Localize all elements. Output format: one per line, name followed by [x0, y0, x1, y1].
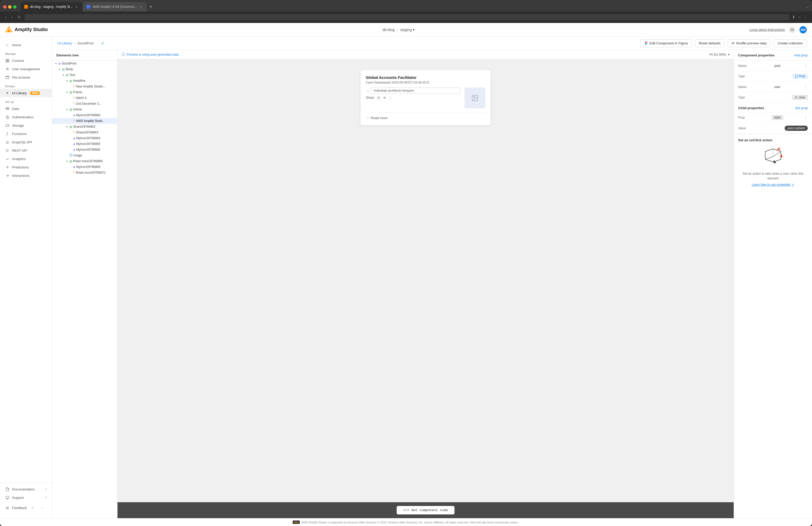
- tree-item-myicon866[interactable]: ▸ ◈ MyIcon29766866: [52, 147, 117, 153]
- prop-menu-1[interactable]: ⋮: [804, 63, 808, 68]
- props-header: Component properties Add prop: [734, 50, 812, 61]
- tree-chevron-article[interactable]: ▾: [65, 108, 69, 111]
- tree-chevron-text[interactable]: ▾: [62, 73, 65, 76]
- sidebar-item-user-management[interactable]: User management: [0, 65, 52, 73]
- child-props-title: Child properties: [738, 106, 764, 110]
- tree-item-myicon860[interactable]: ▸ ◈ MyIcon29766860: [52, 112, 117, 118]
- sidebar-item-file-browser[interactable]: File browser: [0, 73, 52, 82]
- set-prop-link[interactable]: Set prop: [795, 106, 808, 110]
- browser-tab-1[interactable]: db-blog - staging - Amplify St... ✕: [20, 2, 82, 12]
- sidebar-item-predictions[interactable]: Predictions: [0, 163, 52, 171]
- tree-item-body[interactable]: ▾ ▤ Body: [52, 66, 117, 72]
- svg-rect-15: [645, 43, 646, 44]
- sidebar-item-support[interactable]: Support ↗: [0, 493, 52, 502]
- browser-menu-button[interactable]: ⋮: [804, 15, 808, 19]
- sidebar-item-documentation[interactable]: Documentation ↗: [0, 485, 52, 493]
- tree-chevron-socialpost[interactable]: ▾: [54, 62, 57, 65]
- preview-fit-control[interactable]: Fit (61.59%) ▾: [709, 53, 729, 56]
- new-tab-button[interactable]: +: [147, 4, 155, 10]
- sidebar-feedback-label: Feedback: [12, 506, 27, 510]
- cloud-icon[interactable]: [789, 27, 795, 33]
- bookmark-icon[interactable]: ☆: [797, 15, 801, 19]
- child-prop-menu[interactable]: ⋮: [804, 115, 808, 120]
- traffic-light-yellow[interactable]: [8, 5, 12, 9]
- edit-figma-button[interactable]: Edit Component in Figma: [640, 39, 692, 47]
- tree-item-share863[interactable]: ▸ T Share29766863: [52, 130, 117, 135]
- breadcrumb-staging[interactable]: staging ▾: [400, 28, 415, 32]
- toolbar-ui-library-link[interactable]: UI Library: [57, 41, 72, 45]
- sidebar-item-graphql[interactable]: ◎ GraphQL API: [0, 138, 52, 146]
- sidebar-item-rest-api[interactable]: ⊙ REST API: [0, 146, 52, 155]
- tree-item-readmore868[interactable]: ▾ ▤ Read more29766868: [52, 158, 117, 164]
- learn-link[interactable]: Learn how to use properties ↗: [738, 183, 808, 186]
- sidebar-item-content[interactable]: Content: [0, 56, 52, 65]
- reset-defaults-button[interactable]: Reset defaults: [695, 39, 725, 47]
- share-action-icon[interactable]: ⊲: [383, 96, 386, 100]
- post-content-row: → molestiae architecto tempore Share ⊡ ⊲…: [366, 87, 485, 109]
- forward-button[interactable]: ›: [10, 14, 14, 20]
- sidebar-section-design: Design: [0, 82, 52, 89]
- child-prop-value-tag[interactable]: label: [771, 115, 783, 120]
- tree-chevron-share[interactable]: ▾: [65, 125, 69, 128]
- sidebar-item-ui-library[interactable]: ✦ UI Library NEW: [0, 89, 52, 97]
- child-value-tag[interactable]: post.content: [785, 126, 808, 131]
- get-component-code-button[interactable]: </> Get component code: [396, 506, 454, 514]
- sidebar-item-analytics[interactable]: Analytics: [0, 155, 52, 163]
- home-icon: ⌂: [5, 43, 10, 47]
- sidebar-item-authentication[interactable]: Authentication: [0, 113, 52, 121]
- tab-2-close[interactable]: ✕: [139, 5, 143, 9]
- create-collection-button[interactable]: Create collection: [774, 39, 807, 47]
- tree-item-new-amplify[interactable]: ▸ T New Amplify Studio...: [52, 84, 117, 89]
- traffic-light-red[interactable]: [3, 5, 6, 9]
- more-action-icon[interactable]: ⋮: [389, 96, 392, 100]
- sidebar-item-data[interactable]: Data: [0, 104, 52, 113]
- tree-chevron-frame[interactable]: ▾: [65, 91, 69, 94]
- tree-item-share862[interactable]: ▾ ▤ Share29766862: [52, 124, 117, 130]
- tree-item-socialpost[interactable]: ▾ ◈ SocialPost: [52, 61, 117, 66]
- sidebar-item-feedback[interactable]: ✉ Feedback ↗ ‹: [0, 502, 52, 514]
- sidebar-item-interactions[interactable]: Interactions: [0, 171, 52, 180]
- tree-item-myicon869[interactable]: ▸ ◈ MyIcon29766869: [52, 164, 117, 170]
- tree-item-frame[interactable]: ▾ ▤ Frame: [52, 89, 117, 95]
- share-icon[interactable]: ⬆: [792, 15, 795, 19]
- sidebar-item-storage[interactable]: Storage: [0, 121, 52, 130]
- sidebar-item-home[interactable]: ⌂ Home: [0, 41, 52, 49]
- tree-item-text[interactable]: ▾ ▤ Text: [52, 72, 117, 78]
- prop-menu-2[interactable]: ⋮: [804, 84, 808, 89]
- tree-item-article[interactable]: ▾ ▤ Article: [52, 106, 117, 112]
- prop-type-tag-1[interactable]: Post: [792, 74, 808, 79]
- browser-tab-2[interactable]: AWS Amplify UI Kit (Communi... ✕: [83, 2, 146, 12]
- local-setup-link[interactable]: Local setup instructions: [749, 28, 785, 32]
- tree-item-headline[interactable]: ▾ ▤ Headline: [52, 78, 117, 84]
- url-input[interactable]: [25, 14, 789, 20]
- shuffle-preview-button[interactable]: ⇄ Shuffle preview data: [728, 39, 771, 47]
- add-prop-link[interactable]: Add prop: [794, 53, 808, 57]
- tab-overflow-chevron[interactable]: ⌄: [806, 5, 809, 9]
- ui-library-new-badge: NEW: [30, 91, 40, 95]
- tree-chevron-body[interactable]: ▾: [58, 68, 61, 71]
- sidebar-item-functions[interactable]: ƒ Functions: [0, 130, 52, 138]
- traffic-light-green[interactable]: [13, 5, 16, 9]
- tree-item-readmore870[interactable]: ▸ T Read more29766870: [52, 170, 117, 175]
- reload-button[interactable]: ↻: [16, 14, 22, 20]
- tree-item-myicon865[interactable]: ▸ ◈ MyIcon29766865: [52, 141, 117, 147]
- tree-item-date[interactable]: ▸ T 2nd December 2...: [52, 101, 117, 106]
- tree-label-readmore870: Read more29766870: [76, 171, 105, 174]
- prop-type-label-2: Type: [738, 96, 751, 99]
- predictions-icon: [5, 165, 10, 169]
- sidebar-collapse-button[interactable]: ‹: [37, 504, 47, 512]
- post-read-more[interactable]: → Read more: [366, 113, 485, 120]
- tree-item-myicon864[interactable]: ▸ ◈ MyIcon29766864: [52, 135, 117, 141]
- elements-panel-header: Elements tree: [52, 50, 117, 61]
- bookmark-action-icon[interactable]: ⊡: [377, 96, 380, 100]
- tab-1-close[interactable]: ✕: [75, 5, 78, 9]
- tree-chevron-headline[interactable]: ▾: [65, 79, 69, 82]
- prop-type-tag-2[interactable]: User: [792, 95, 808, 100]
- tree-item-aws-amplify[interactable]: ▸ T AWS Amplify Studi...: [52, 118, 117, 124]
- back-button[interactable]: ‹: [4, 14, 8, 20]
- tree-label-aws-amplify: AWS Amplify Studi...: [76, 119, 105, 123]
- tree-chevron-readmore[interactable]: ▾: [65, 160, 69, 163]
- tree-item-image[interactable]: ▸ image: [52, 153, 117, 158]
- user-avatar[interactable]: AW: [799, 26, 807, 33]
- tree-item-nikhil[interactable]: ▸ T Nikhil S: [52, 95, 117, 101]
